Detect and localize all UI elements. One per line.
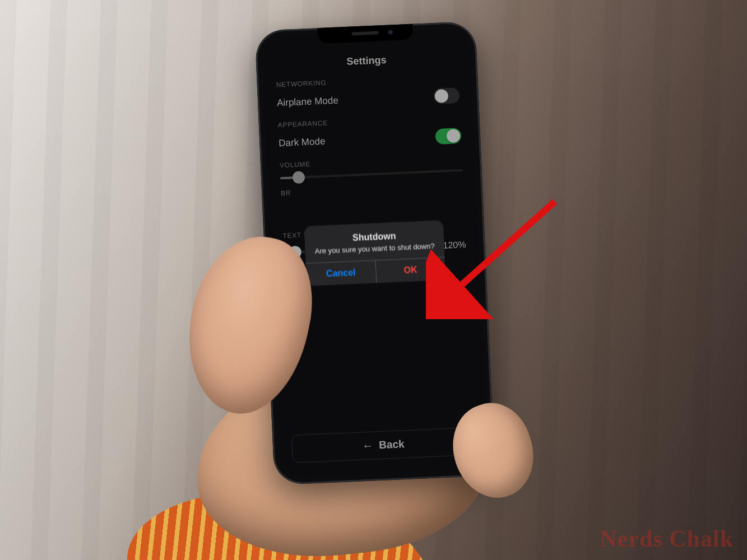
alert-cancel-button[interactable]: Cancel (306, 261, 377, 286)
alert-ok-button[interactable]: OK (375, 258, 446, 283)
watermark: Nerds Chalk (600, 525, 734, 552)
shutdown-alert: Shutdown Are you sure you want to shut d… (304, 220, 446, 286)
